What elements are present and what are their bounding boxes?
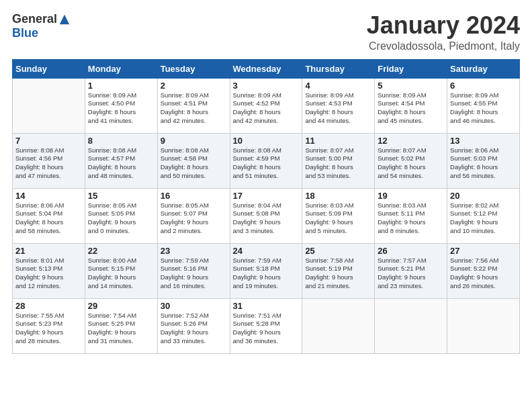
table-row: 19Sunrise: 8:03 AMSunset: 5:11 PMDayligh… <box>375 188 447 243</box>
day-info: Sunrise: 8:07 AMSunset: 5:02 PMDaylight:… <box>378 146 444 181</box>
month-title: January 2024 <box>367 12 520 39</box>
table-row: 8Sunrise: 8:08 AMSunset: 4:57 PMDaylight… <box>85 133 157 188</box>
page: General Blue January 2024 Crevoladossola… <box>0 0 532 411</box>
day-number: 7 <box>15 136 82 146</box>
day-info: Sunrise: 8:06 AMSunset: 5:03 PMDaylight:… <box>450 146 517 181</box>
table-row: 13Sunrise: 8:06 AMSunset: 5:03 PMDayligh… <box>447 133 520 188</box>
header: General Blue January 2024 Crevoladossola… <box>12 12 520 52</box>
table-row <box>375 298 447 353</box>
day-number: 3 <box>233 81 300 91</box>
day-info: Sunrise: 7:56 AMSunset: 5:22 PMDaylight:… <box>450 257 517 291</box>
day-info: Sunrise: 7:58 AMSunset: 5:19 PMDaylight:… <box>305 257 371 291</box>
location-title: Crevoladossola, Piedmont, Italy <box>367 40 520 52</box>
table-row: 18Sunrise: 8:03 AMSunset: 5:09 PMDayligh… <box>302 188 375 243</box>
day-number: 27 <box>450 246 517 256</box>
calendar-table: Sunday Monday Tuesday Wednesday Thursday… <box>12 59 520 354</box>
day-number: 5 <box>378 81 444 91</box>
logo-general-text: General <box>12 12 57 26</box>
day-number: 1 <box>88 81 154 91</box>
day-info: Sunrise: 8:05 AMSunset: 5:05 PMDaylight:… <box>88 201 154 236</box>
table-row: 2Sunrise: 8:09 AMSunset: 4:51 PMDaylight… <box>157 78 230 133</box>
day-number: 29 <box>88 301 154 311</box>
table-row: 20Sunrise: 8:02 AMSunset: 5:12 PMDayligh… <box>447 188 520 243</box>
day-number: 10 <box>233 136 300 146</box>
day-info: Sunrise: 8:09 AMSunset: 4:51 PMDaylight:… <box>161 91 227 126</box>
day-info: Sunrise: 8:08 AMSunset: 4:59 PMDaylight:… <box>233 146 300 181</box>
table-row: 3Sunrise: 8:09 AMSunset: 4:52 PMDaylight… <box>230 78 302 133</box>
day-info: Sunrise: 7:55 AMSunset: 5:23 PMDaylight:… <box>15 312 82 346</box>
table-row: 14Sunrise: 8:06 AMSunset: 5:04 PMDayligh… <box>13 188 85 243</box>
day-info: Sunrise: 7:59 AMSunset: 5:18 PMDaylight:… <box>233 257 300 291</box>
table-row: 4Sunrise: 8:09 AMSunset: 4:53 PMDaylight… <box>302 78 375 133</box>
day-info: Sunrise: 8:03 AMSunset: 5:11 PMDaylight:… <box>378 201 444 236</box>
header-wednesday: Wednesday <box>230 59 302 78</box>
table-row <box>447 298 520 353</box>
day-info: Sunrise: 7:52 AMSunset: 5:26 PMDaylight:… <box>161 312 227 346</box>
table-row: 31Sunrise: 7:51 AMSunset: 5:28 PMDayligh… <box>230 298 302 353</box>
calendar-week-row: 21Sunrise: 8:01 AMSunset: 5:13 PMDayligh… <box>13 243 520 298</box>
day-number: 25 <box>305 246 371 256</box>
calendar-week-row: 28Sunrise: 7:55 AMSunset: 5:23 PMDayligh… <box>13 298 520 353</box>
table-row <box>302 298 375 353</box>
day-info: Sunrise: 8:03 AMSunset: 5:09 PMDaylight:… <box>305 201 371 236</box>
table-row: 23Sunrise: 7:59 AMSunset: 5:16 PMDayligh… <box>157 243 230 298</box>
day-number: 28 <box>15 301 82 311</box>
day-number: 23 <box>161 246 227 256</box>
day-info: Sunrise: 8:09 AMSunset: 4:52 PMDaylight:… <box>233 91 300 126</box>
weekday-header-row: Sunday Monday Tuesday Wednesday Thursday… <box>13 59 520 78</box>
calendar-week-row: 7Sunrise: 8:08 AMSunset: 4:56 PMDaylight… <box>13 133 520 188</box>
day-number: 26 <box>378 246 444 256</box>
calendar-week-row: 14Sunrise: 8:06 AMSunset: 5:04 PMDayligh… <box>13 188 520 243</box>
day-info: Sunrise: 8:09 AMSunset: 4:54 PMDaylight:… <box>378 91 444 126</box>
day-number: 2 <box>161 81 227 91</box>
day-info: Sunrise: 8:01 AMSunset: 5:13 PMDaylight:… <box>15 257 82 291</box>
day-number: 13 <box>450 136 517 146</box>
table-row: 7Sunrise: 8:08 AMSunset: 4:56 PMDaylight… <box>13 133 85 188</box>
day-info: Sunrise: 7:54 AMSunset: 5:25 PMDaylight:… <box>88 312 154 346</box>
calendar-week-row: 1Sunrise: 8:09 AMSunset: 4:50 PMDaylight… <box>13 78 520 133</box>
day-number: 17 <box>233 191 300 201</box>
day-number: 19 <box>378 191 444 201</box>
day-info: Sunrise: 8:05 AMSunset: 5:07 PMDaylight:… <box>161 201 227 236</box>
day-info: Sunrise: 8:09 AMSunset: 4:55 PMDaylight:… <box>450 91 517 126</box>
day-number: 11 <box>305 136 371 146</box>
header-friday: Friday <box>375 59 447 78</box>
day-number: 24 <box>233 246 300 256</box>
day-info: Sunrise: 8:07 AMSunset: 5:00 PMDaylight:… <box>305 146 371 181</box>
table-row: 1Sunrise: 8:09 AMSunset: 4:50 PMDaylight… <box>85 78 157 133</box>
day-number: 15 <box>88 191 154 201</box>
table-row: 27Sunrise: 7:56 AMSunset: 5:22 PMDayligh… <box>447 243 520 298</box>
logo-icon <box>58 13 71 26</box>
day-info: Sunrise: 7:57 AMSunset: 5:21 PMDaylight:… <box>378 257 444 291</box>
logo: General Blue <box>12 12 71 40</box>
day-info: Sunrise: 8:09 AMSunset: 4:50 PMDaylight:… <box>88 91 154 126</box>
day-number: 21 <box>15 246 82 256</box>
table-row <box>13 78 85 133</box>
table-row: 30Sunrise: 7:52 AMSunset: 5:26 PMDayligh… <box>157 298 230 353</box>
table-row: 16Sunrise: 8:05 AMSunset: 5:07 PMDayligh… <box>157 188 230 243</box>
day-number: 4 <box>305 81 371 91</box>
header-thursday: Thursday <box>302 59 375 78</box>
day-number: 30 <box>161 301 227 311</box>
day-number: 18 <box>305 191 371 201</box>
day-info: Sunrise: 7:59 AMSunset: 5:16 PMDaylight:… <box>161 257 227 291</box>
table-row: 9Sunrise: 8:08 AMSunset: 4:58 PMDaylight… <box>157 133 230 188</box>
day-info: Sunrise: 8:00 AMSunset: 5:15 PMDaylight:… <box>88 257 154 291</box>
day-number: 12 <box>378 136 444 146</box>
day-info: Sunrise: 8:08 AMSunset: 4:58 PMDaylight:… <box>161 146 227 181</box>
table-row: 29Sunrise: 7:54 AMSunset: 5:25 PMDayligh… <box>85 298 157 353</box>
table-row: 28Sunrise: 7:55 AMSunset: 5:23 PMDayligh… <box>13 298 85 353</box>
header-monday: Monday <box>85 59 157 78</box>
table-row: 12Sunrise: 8:07 AMSunset: 5:02 PMDayligh… <box>375 133 447 188</box>
table-row: 10Sunrise: 8:08 AMSunset: 4:59 PMDayligh… <box>230 133 302 188</box>
svg-marker-0 <box>60 14 69 24</box>
table-row: 21Sunrise: 8:01 AMSunset: 5:13 PMDayligh… <box>13 243 85 298</box>
day-info: Sunrise: 8:04 AMSunset: 5:08 PMDaylight:… <box>233 201 300 236</box>
header-saturday: Saturday <box>447 59 520 78</box>
day-number: 16 <box>161 191 227 201</box>
header-tuesday: Tuesday <box>157 59 230 78</box>
day-info: Sunrise: 8:08 AMSunset: 4:57 PMDaylight:… <box>88 146 154 181</box>
table-row: 25Sunrise: 7:58 AMSunset: 5:19 PMDayligh… <box>302 243 375 298</box>
table-row: 26Sunrise: 7:57 AMSunset: 5:21 PMDayligh… <box>375 243 447 298</box>
table-row: 15Sunrise: 8:05 AMSunset: 5:05 PMDayligh… <box>85 188 157 243</box>
